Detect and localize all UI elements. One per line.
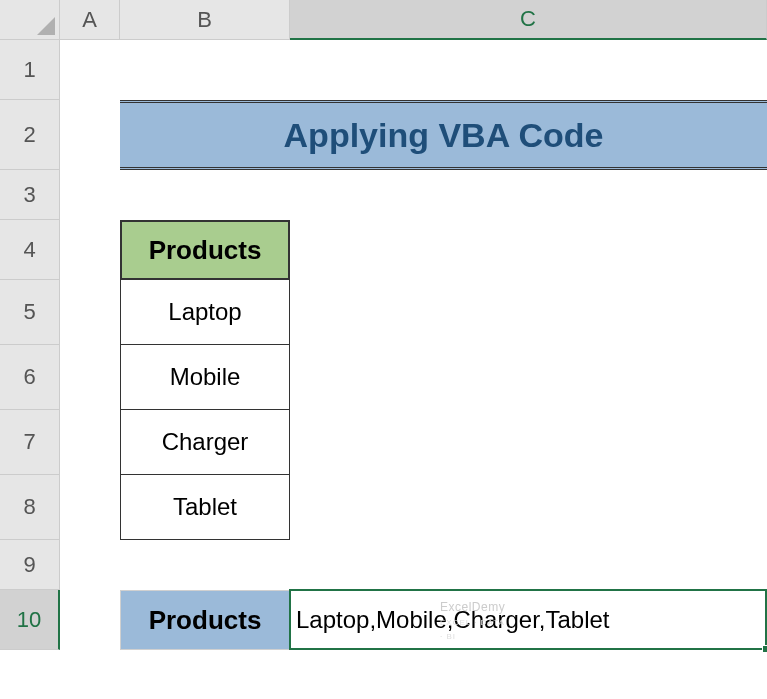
row-headers: 1 2 3 4 5 6 7 8 9 10 xyxy=(0,40,60,650)
row-header-1[interactable]: 1 xyxy=(0,40,60,100)
col-header-c[interactable]: C xyxy=(290,0,767,40)
row-header-6[interactable]: 6 xyxy=(0,345,60,410)
row-header-8[interactable]: 8 xyxy=(0,475,60,540)
col-header-a[interactable]: A xyxy=(60,0,120,40)
row-header-4[interactable]: 4 xyxy=(0,220,60,280)
product-cell-2[interactable]: Mobile xyxy=(120,345,290,410)
row-header-10[interactable]: 10 xyxy=(0,590,60,650)
fill-handle[interactable] xyxy=(762,645,767,653)
row-header-3[interactable]: 3 xyxy=(0,170,60,220)
row-header-5[interactable]: 5 xyxy=(0,280,60,345)
row-header-2[interactable]: 2 xyxy=(0,100,60,170)
col-header-b[interactable]: B xyxy=(120,0,290,40)
product-cell-1[interactable]: Laptop xyxy=(120,280,290,345)
title-cell[interactable]: Applying VBA Code xyxy=(120,100,767,170)
spreadsheet-grid: A B C 1 2 3 4 5 6 7 8 9 10 Applying VBA … xyxy=(0,0,767,699)
result-cell-c10[interactable]: Laptop,Mobile,Charger,Tablet xyxy=(290,590,767,650)
row-header-7[interactable]: 7 xyxy=(0,410,60,475)
product-cell-3[interactable]: Charger xyxy=(120,410,290,475)
products-header-cell[interactable]: Products xyxy=(120,220,290,280)
products-label-b10[interactable]: Products xyxy=(120,590,290,650)
row-header-9[interactable]: 9 xyxy=(0,540,60,590)
column-headers: A B C xyxy=(60,0,767,40)
select-all-corner[interactable] xyxy=(0,0,60,40)
product-cell-4[interactable]: Tablet xyxy=(120,475,290,540)
